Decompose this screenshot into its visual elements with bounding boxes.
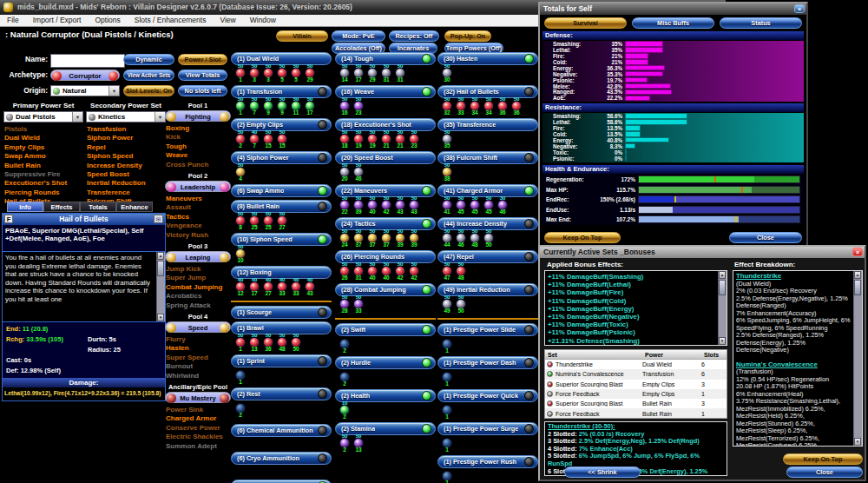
- enhancement-slot[interactable]: 5015: [261, 130, 275, 149]
- enhancement-slot[interactable]: 5045: [482, 196, 496, 215]
- powerset-list-item[interactable]: Siphon Speed: [87, 152, 167, 161]
- enhancement-slot[interactable]: 5029: [303, 64, 317, 83]
- enhancement-slot[interactable]: 1: [440, 467, 454, 483]
- power-button--30-hasten[interactable]: (30) Hasten: [437, 52, 538, 65]
- enhancement-slot[interactable]: 5045: [454, 196, 468, 215]
- power-button--1-prestige-power-rush[interactable]: (1) Prestige Power Rush: [437, 455, 538, 468]
- enhancement-slot[interactable]: 501: [233, 334, 247, 352]
- scroll-thumb[interactable]: [854, 280, 861, 295]
- power-button--2-stamina[interactable]: (2) Stamina: [335, 422, 436, 435]
- view-totals-button[interactable]: View Totals: [178, 69, 227, 81]
- enhancement-slot[interactable]: 3046: [496, 196, 510, 215]
- enhancement-slot[interactable]: 2: [338, 335, 352, 354]
- secondary-dropdown-arrow-icon[interactable]: ▼: [155, 112, 165, 122]
- pool-dropdown-leaping[interactable]: Leaping: [165, 251, 231, 262]
- scroll-thumb[interactable]: [157, 261, 164, 276]
- power-button--2-swift[interactable]: (2) Swift: [335, 323, 436, 336]
- enhancement-slot[interactable]: 5018: [338, 130, 352, 149]
- enhancement-slot[interactable]: 5021: [379, 130, 393, 149]
- enhancement-slot[interactable]: 4033: [289, 278, 303, 296]
- enhancement-slot[interactable]: 407: [247, 130, 261, 149]
- powerset-list-item[interactable]: Executioner's Shot: [4, 179, 84, 188]
- enhancement-slot[interactable]: 4027: [261, 278, 275, 296]
- scroll-down-icon[interactable]: ▼: [719, 337, 726, 345]
- totals-close-button[interactable]: Close: [729, 232, 802, 243]
- enhancement-slot[interactable]: 5037: [352, 229, 365, 248]
- tab-enhance[interactable]: Enhance: [116, 202, 153, 212]
- enhancement-slot[interactable]: 505: [275, 64, 289, 83]
- sets-close-button[interactable]: Close: [786, 466, 863, 478]
- enhancement-slot[interactable]: 5019: [352, 130, 365, 149]
- enhancement-slot[interactable]: 5041: [440, 196, 454, 215]
- breakdown-scrollbar[interactable]: ▲ ▼: [853, 271, 862, 446]
- totals-tab-misc-buffs[interactable]: Misc Buffs: [632, 17, 714, 29]
- power-button--2-health[interactable]: (2) Health: [335, 389, 436, 402]
- menu-item-import-export[interactable]: Import / Export: [26, 15, 89, 26]
- menu-item-slots-enhancements[interactable]: Slots / Enhancements: [128, 15, 214, 26]
- pool-dropdown-leadership[interactable]: Leadership: [165, 181, 231, 192]
- enhancement-slot[interactable]: 5024: [338, 229, 352, 248]
- secondary-powerset-dropdown[interactable]: Kinetics ▼: [86, 111, 166, 122]
- pool-list-item[interactable]: Combat Jumping: [166, 283, 232, 292]
- enhancement-slot[interactable]: 5042: [407, 262, 421, 281]
- enhancement-slot[interactable]: 5021: [393, 130, 407, 149]
- pool-list-item[interactable]: Assault: [166, 203, 232, 212]
- enhancement-slot[interactable]: 4033: [275, 278, 289, 296]
- pool-list-item[interactable]: Tactics: [166, 213, 232, 222]
- enhancement-slot[interactable]: 5019: [365, 130, 379, 149]
- power-button--1-prestige-power-dash[interactable]: (1) Prestige Power Dash: [437, 356, 538, 369]
- enhancement-slot[interactable]: 505: [289, 64, 303, 83]
- table-row[interactable]: Numina's ConvalescenceTransfusion6: [545, 369, 727, 379]
- enhancement-slot[interactable]: 5037: [365, 229, 379, 248]
- enhancement-slot[interactable]: 5048: [275, 334, 289, 352]
- power-button--1-scourge[interactable]: (1) Scourge: [231, 306, 332, 319]
- enhancement-slot[interactable]: 5042: [379, 196, 393, 215]
- powerset-list-item[interactable]: Siphon Power: [87, 134, 167, 142]
- enhancement-slot[interactable]: 5050: [454, 295, 468, 314]
- pool-list-item[interactable]: Tough: [166, 142, 232, 151]
- pool-list-item[interactable]: Acrobatics: [166, 292, 232, 301]
- enhancement-slot[interactable]: 5026: [338, 262, 352, 281]
- pool-list-item[interactable]: Flurry: [166, 335, 232, 344]
- power-button--1-prestige-power-quick[interactable]: (1) Prestige Power Quick: [437, 389, 538, 402]
- enhancement-slot[interactable]: 5048: [468, 229, 482, 248]
- enhancement-slot[interactable]: 5036: [261, 334, 275, 352]
- enhancement-slot[interactable]: 5028: [338, 295, 352, 314]
- enhancement-slot[interactable]: 5031: [379, 64, 393, 83]
- enhancement-slot[interactable]: 509: [275, 97, 289, 116]
- enhancement-slot[interactable]: 4043: [303, 278, 317, 296]
- power-button--6-incendiary-ammunition[interactable]: (6) Incendiary Ammunition: [231, 480, 332, 483]
- pool-next-icon[interactable]: [220, 394, 229, 403]
- enhancement-slot[interactable]: 5011: [289, 97, 303, 116]
- enhancement-slot[interactable]: 502: [233, 130, 247, 149]
- power-button--16-weave[interactable]: (16) Weave: [335, 85, 436, 98]
- pool-list-item[interactable]: Kick: [166, 133, 232, 142]
- powerset-list-item[interactable]: Increase Density: [87, 162, 167, 170]
- applied-scrollbar[interactable]: ▲ ▼: [718, 271, 727, 345]
- enhancement-slot[interactable]: 102: [338, 401, 352, 420]
- powerset-list-item[interactable]: Speed Boost: [87, 170, 167, 179]
- scroll-up-icon[interactable]: ▲: [854, 271, 861, 279]
- primary-dropdown-arrow-icon[interactable]: ▼: [72, 112, 82, 122]
- enhancement-slot[interactable]: 5046: [352, 163, 365, 182]
- origin-dropdown-arrow-icon[interactable]: ▼: [108, 86, 119, 96]
- envelope-icon[interactable]: ✉: [154, 215, 163, 223]
- pool-list-item[interactable]: Whirlwind: [166, 372, 232, 380]
- effect-breakdown-box[interactable]: Thunderstrike(Dual Wield) 2% (0.03 End/s…: [733, 270, 863, 447]
- power-button--35-transference[interactable]: (35) Transference: [437, 118, 538, 131]
- powerset-list-item[interactable]: Transference: [87, 189, 167, 197]
- powerset-list-item[interactable]: Repel: [87, 143, 167, 152]
- pool-list-item[interactable]: Victory Rush: [166, 231, 232, 240]
- pool-list-item[interactable]: Summon Adept: [166, 442, 232, 451]
- enhancement-slot[interactable]: 5025: [247, 212, 261, 230]
- enhancement-slot[interactable]: 4012: [233, 278, 247, 296]
- powerset-list-item[interactable]: Suppressive Fire: [4, 170, 84, 179]
- scroll-down-icon[interactable]: ▼: [854, 438, 861, 446]
- totals-tab-status[interactable]: Status: [720, 17, 802, 29]
- slot-levels-button[interactable]: Slot Levels: On: [123, 85, 174, 96]
- enhancement-slot[interactable]: 5043: [407, 196, 421, 215]
- origin-dropdown[interactable]: Natural ▼: [50, 85, 120, 96]
- active-sets-table[interactable]: SetPowerSlotsThunderstrikeDual Wield6Num…: [544, 349, 727, 419]
- enhancement-slot[interactable]: 2: [338, 368, 352, 387]
- enhancement-slot[interactable]: 5031: [393, 64, 407, 83]
